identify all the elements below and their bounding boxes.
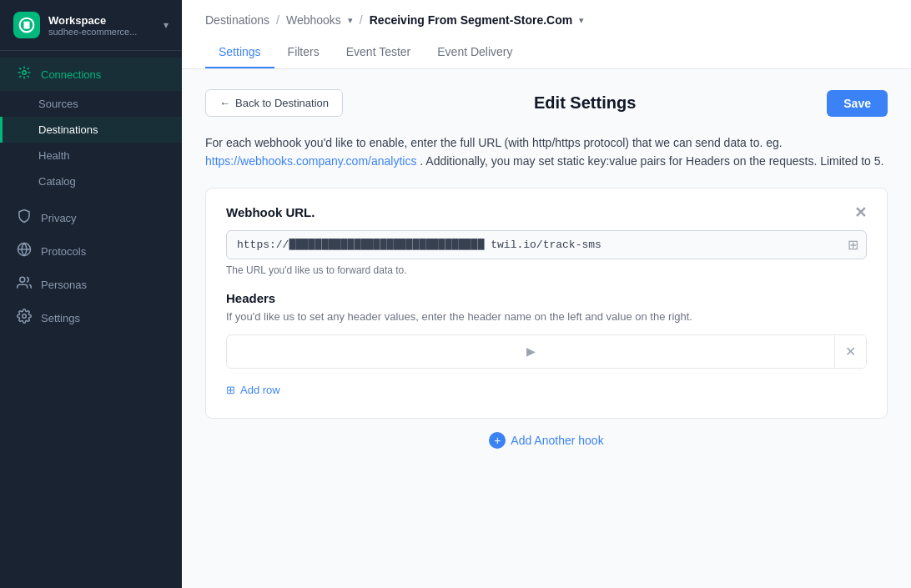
protocols-icon [16,242,33,260]
add-hook-label: Add Another hook [511,434,603,447]
breadcrumb-current: Receiving From Segment-Store.Com [370,13,573,27]
sidebar-item-privacy[interactable]: Privacy [0,201,182,234]
workspace-info: Workspace sudhee-ecommerce... [48,14,155,37]
tab-filters[interactable]: Filters [274,37,333,68]
personas-label: Personas [41,279,87,291]
edit-settings-title: Edit Settings [534,93,636,113]
health-label: Health [38,149,70,162]
back-btn-label: Back to Destination [235,97,329,109]
webhook-url-input[interactable] [226,230,867,259]
sidebar-item-destinations[interactable]: Destinations [0,117,182,143]
sources-label: Sources [38,98,78,110]
workspace-chevron-icon: ▾ [164,19,169,31]
copy-url-icon[interactable]: ⊞ [848,237,858,253]
add-hook-icon: + [489,432,506,449]
workspace-sub: sudhee-ecommerce... [48,27,155,37]
workspace-icon [13,12,40,38]
main-content: Destinations / Webhooks ▾ / Receiving Fr… [182,0,911,588]
url-hint: The URL you'd like us to forward data to… [226,264,867,276]
svg-point-0 [23,71,27,75]
url-input-wrapper: ⊞ [226,230,867,259]
tab-event-tester[interactable]: Event Tester [333,37,425,68]
sidebar-item-sources[interactable]: Sources [0,91,182,117]
sidebar-item-protocols[interactable]: Protocols [0,234,182,268]
workspace-switcher[interactable]: Workspace sudhee-ecommerce... ▾ [0,0,182,51]
header-row-arrow-icon: ▶ [520,344,542,358]
webhooks-dropdown-icon[interactable]: ▾ [348,15,353,26]
header-value-input[interactable] [542,337,835,366]
header-row-1: ▶ ✕ [226,334,867,369]
header-key-input[interactable] [227,337,520,366]
topbar: Destinations / Webhooks ▾ / Receiving Fr… [182,0,911,69]
edit-header: ← Back to Destination Edit Settings Save [205,89,888,117]
description-link[interactable]: https://webhooks.company.com/analytics [205,154,416,168]
content-area: ← Back to Destination Edit Settings Save… [182,69,911,588]
tabs: Settings Filters Event Tester Event Deli… [205,37,888,68]
headers-title: Headers [226,291,867,305]
remove-webhook-button[interactable]: ✕ [854,205,867,220]
back-arrow-icon: ← [219,97,230,109]
personas-icon [16,275,33,294]
breadcrumb-webhooks[interactable]: Webhooks [286,13,341,27]
add-row-label: Add row [240,384,280,396]
headers-section: Headers If you'd like us to set any head… [226,291,867,401]
add-row-icon: ⊞ [226,384,235,396]
description-suffix: . Additionally, you may set static key:v… [420,154,883,168]
destinations-label: Destinations [38,123,98,136]
workspace-name: Workspace [48,14,155,27]
description-text: For each webhook you'd like to enable, e… [205,133,888,171]
sidebar-item-personas[interactable]: Personas [0,268,182,301]
add-row-button[interactable]: ⊞ Add row [226,379,867,401]
save-button[interactable]: Save [827,90,888,117]
connections-icon [16,65,33,83]
tab-settings[interactable]: Settings [205,37,274,68]
current-dropdown-icon[interactable]: ▾ [579,15,584,26]
headers-hint: If you'd like us to set any header value… [226,310,867,323]
sidebar: Workspace sudhee-ecommerce... ▾ Connecti… [0,0,182,588]
breadcrumb: Destinations / Webhooks ▾ / Receiving Fr… [205,0,888,37]
sidebar-item-connections[interactable]: Connections [0,58,182,91]
protocols-label: Protocols [41,245,86,258]
sidebar-item-settings[interactable]: Settings [0,301,182,334]
privacy-icon [16,209,33,227]
remove-header-button[interactable]: ✕ [834,335,866,368]
webhook-section-title: Webhook URL. [226,205,315,219]
breadcrumb-destinations[interactable]: Destinations [205,13,269,27]
sidebar-nav: Connections Sources Destinations Health … [0,51,182,341]
settings-label: Settings [41,312,80,324]
svg-point-4 [23,314,27,319]
privacy-label: Privacy [41,212,77,224]
webhook-card: Webhook URL. ✕ ⊞ The URL you'd like us t… [205,188,888,419]
tab-event-delivery[interactable]: Event Delivery [424,37,526,68]
connections-label: Connections [41,68,101,81]
catalog-label: Catalog [38,175,76,188]
breadcrumb-sep-1: / [276,13,279,27]
settings-icon [16,309,33,327]
svg-point-3 [20,277,25,282]
webhook-section-header: Webhook URL. ✕ [226,205,867,220]
add-another-hook-button[interactable]: + Add Another hook [205,432,888,449]
sidebar-item-catalog[interactable]: Catalog [0,168,182,194]
sidebar-item-health[interactable]: Health [0,143,182,168]
back-to-destination-button[interactable]: ← Back to Destination [205,89,343,117]
breadcrumb-sep-2: / [360,13,363,27]
description-prefix: For each webhook you'd like to enable, e… [205,136,783,149]
